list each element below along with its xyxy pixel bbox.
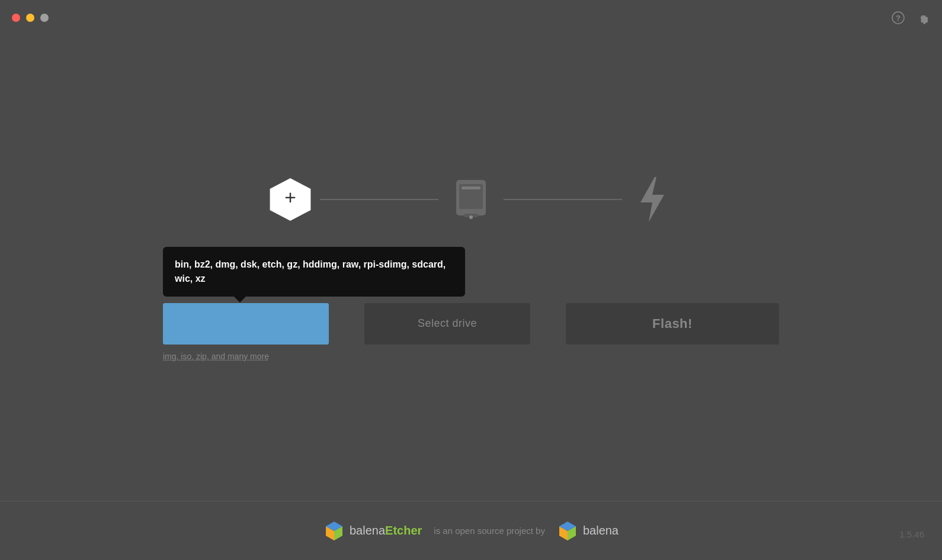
source-button-fill bbox=[163, 303, 329, 345]
balena-brand: balena bbox=[557, 520, 619, 542]
file-formats-tooltip: bin, bz2, dmg, dsk, etch, gz, hddimg, ra… bbox=[163, 247, 465, 297]
svg-text:+: + bbox=[284, 186, 296, 208]
svg-marker-9 bbox=[640, 177, 664, 222]
flash-button-label: Flash! bbox=[652, 316, 693, 331]
flash-icon bbox=[634, 176, 669, 223]
tooltip-formats-text: bin, bz2, dmg, dsk, etch, gz, hddimg, ra… bbox=[175, 259, 446, 284]
balena-etcher-logo-icon bbox=[323, 520, 345, 542]
svg-rect-8 bbox=[462, 186, 480, 189]
balena-text: balena bbox=[583, 524, 619, 538]
open-source-text: is an open source project by bbox=[434, 526, 545, 536]
minimize-button[interactable] bbox=[26, 14, 34, 22]
select-source-icon: + bbox=[267, 176, 314, 223]
svg-text:?: ? bbox=[896, 14, 901, 22]
maximize-button[interactable] bbox=[40, 14, 49, 22]
select-source-button[interactable] bbox=[163, 303, 329, 345]
select-drive-button[interactable]: Select drive bbox=[364, 303, 530, 345]
svg-point-7 bbox=[469, 215, 473, 219]
brand-name-text: balenaEtcher bbox=[350, 524, 422, 538]
settings-icon[interactable] bbox=[916, 11, 930, 25]
titlebar: ? bbox=[0, 0, 942, 36]
footer-content: balenaEtcher is an open source project b… bbox=[323, 520, 619, 542]
brand-balena-text: balena bbox=[350, 524, 385, 537]
drive-icon bbox=[450, 176, 492, 223]
connector-2 bbox=[504, 199, 622, 200]
connector-1 bbox=[320, 199, 438, 200]
buttons-row: bin, bz2, dmg, dsk, etch, gz, hddimg, ra… bbox=[163, 247, 779, 361]
close-button[interactable] bbox=[12, 14, 20, 22]
main-content: + bin, bz2 bbox=[0, 36, 942, 501]
brand-etcher-text: Etcher bbox=[385, 524, 422, 537]
footer: balenaEtcher is an open source project b… bbox=[0, 501, 942, 560]
version-text: 1.5.46 bbox=[899, 529, 924, 539]
balena-logo-icon bbox=[557, 520, 578, 542]
traffic-lights bbox=[12, 14, 49, 22]
help-icon[interactable]: ? bbox=[891, 11, 905, 25]
source-subtitle: img, iso, zip, and many more bbox=[163, 352, 329, 361]
steps-row: + bbox=[267, 176, 675, 223]
balena-etcher-brand: balenaEtcher bbox=[323, 520, 422, 542]
flash-button[interactable]: Flash! bbox=[566, 303, 779, 345]
titlebar-right: ? bbox=[891, 11, 930, 25]
source-area: bin, bz2, dmg, dsk, etch, gz, hddimg, ra… bbox=[163, 247, 329, 361]
drive-button-label: Select drive bbox=[418, 317, 477, 329]
